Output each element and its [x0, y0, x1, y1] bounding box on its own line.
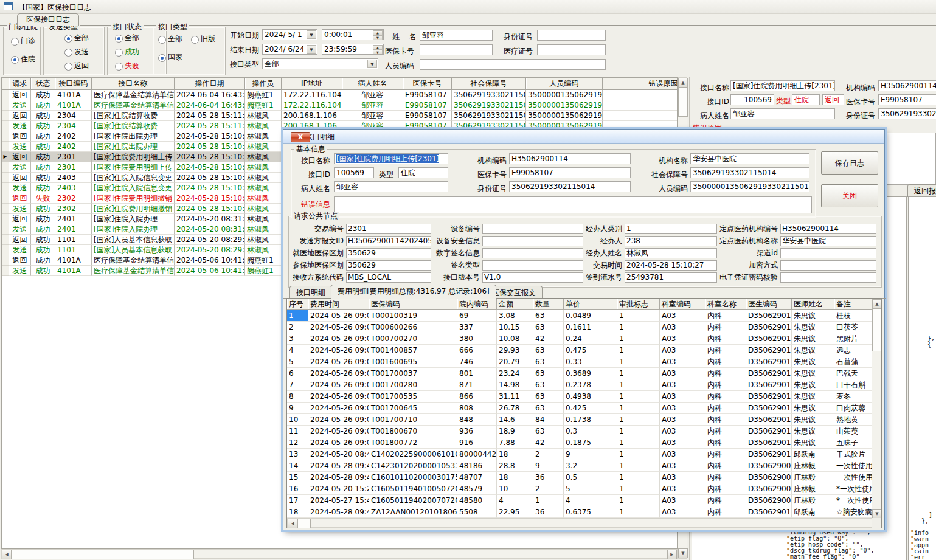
card-no-value[interactable]: E99058107: [878, 94, 936, 105]
scroll-thumb[interactable]: [12, 550, 194, 559]
spin-up-icon[interactable]: ▲: [373, 30, 383, 35]
fee-table-row[interactable]: 152024-05-28 09:49:C16010110200003017544…: [287, 472, 873, 483]
fee-table-row[interactable]: 32024-05-26 09:08:T00070027038010.08420.…: [287, 333, 873, 345]
radio-inpatient[interactable]: [11, 56, 19, 64]
radio-status-success[interactable]: [115, 49, 123, 57]
start-time-spinner[interactable]: 0:00:01 ▲ ▼: [322, 29, 384, 40]
column-header[interactable]: 请求: [9, 78, 31, 90]
field-value[interactable]: 华安县中医院: [780, 236, 876, 246]
radio-send[interactable]: [64, 49, 72, 57]
medical-cert-input[interactable]: [537, 44, 606, 55]
fee-table-row[interactable]: 112024-05-26 09:08:T00180067093618.9630.…: [287, 426, 873, 437]
field-value[interactable]: 1: [625, 224, 717, 234]
fee-table-row[interactable]: 12024-05-26 09:08:T000100319693.08630.04…: [287, 310, 873, 322]
field-value[interactable]: 2301: [346, 224, 431, 234]
interface-type-combo[interactable]: 全部 ▼: [262, 58, 378, 69]
error-info-field[interactable]: [334, 196, 812, 213]
field-value[interactable]: [780, 272, 876, 283]
tab-interface-detail[interactable]: 接口明细: [289, 286, 332, 299]
column-header[interactable]: 序号: [287, 299, 308, 310]
column-header[interactable]: 接口编码: [55, 78, 92, 90]
column-header[interactable]: 科室名称: [705, 299, 746, 310]
radio-all-send[interactable]: [64, 35, 72, 43]
spin-down-icon[interactable]: ▼: [373, 50, 383, 55]
close-button[interactable]: 关闭: [821, 184, 878, 207]
tab-return-message[interactable]: 返回报文: [907, 184, 936, 197]
spin-down-icon[interactable]: ▼: [373, 35, 383, 40]
scroll-down-icon[interactable]: ▼: [872, 509, 882, 519]
person-code-field[interactable]: 3500000135062919330211501401: [690, 181, 809, 192]
field-value[interactable]: 林淑凤: [625, 248, 717, 258]
field-value[interactable]: [482, 224, 583, 234]
column-header[interactable]: 操作员: [245, 78, 282, 90]
column-header[interactable]: 人员编码: [526, 78, 603, 90]
radio-label[interactable]: 发送: [74, 48, 89, 56]
column-header[interactable]: 数量: [533, 299, 564, 310]
radio-label[interactable]: 全部: [74, 34, 89, 42]
column-header[interactable]: 病人姓名: [342, 78, 403, 90]
field-value[interactable]: [482, 236, 583, 246]
column-header[interactable]: 院内编码: [457, 299, 497, 310]
field-value[interactable]: [482, 248, 583, 258]
fee-table-row[interactable]: 142024-05-28 09:49:C14230120200001053304…: [287, 460, 873, 472]
radio-type-all[interactable]: [158, 36, 166, 44]
chevron-down-icon[interactable]: ▼: [307, 30, 316, 39]
direction-value[interactable]: 返回: [822, 94, 844, 105]
fee-table-row[interactable]: 92024-05-26 09:08:T00170064580826.78630.…: [287, 403, 873, 414]
ssn-field[interactable]: 350629193302115014: [690, 167, 809, 178]
field-value[interactable]: 350629: [346, 260, 431, 271]
scroll-down-icon[interactable]: ▼: [678, 548, 688, 558]
field-value[interactable]: [482, 260, 583, 271]
interface-name-field[interactable]: [国家]住院费用明细上传[2301]: [334, 153, 448, 164]
scroll-thumb[interactable]: [872, 309, 882, 351]
log-table-row[interactable]: 返回成功4101A医疗保障基金结算清单信2024-06-04 16:43:56阙…: [2, 90, 678, 100]
close-icon[interactable]: X: [291, 132, 310, 142]
field-value[interactable]: V1.0: [482, 272, 583, 283]
column-header[interactable]: 医生编码: [746, 299, 792, 310]
column-header[interactable]: 社会保障号: [452, 78, 526, 90]
radio-label[interactable]: 成功: [125, 48, 139, 56]
tab-fee-detail[interactable]: 费用明细[费用明细总额:4316.97 总记录:106]: [331, 285, 496, 299]
radio-label[interactable]: 返回: [74, 62, 89, 70]
fee-table-row[interactable]: 162024-05-20 15:29:C16050119401005072034…: [287, 483, 873, 495]
field-value[interactable]: H35062900114: [780, 224, 876, 234]
column-header[interactable]: 费用时间: [308, 299, 369, 310]
fee-table-row[interactable]: 22024-05-26 09:08:T00060026633710.15630.…: [287, 322, 873, 333]
fee-table-row[interactable]: 182024-05-28 09:49:ZA12AAN00120101806715…: [287, 506, 873, 518]
radio-label[interactable]: 失败: [125, 62, 139, 70]
column-header[interactable]: IP地址: [282, 78, 342, 90]
message-panel-side[interactable]: }, { ] }, "info "warn "appn "cain "err: [908, 196, 936, 560]
radio-type-national[interactable]: [158, 54, 166, 62]
radio-label[interactable]: 国家: [168, 54, 182, 61]
radio-label[interactable]: 全部: [168, 35, 182, 43]
scroll-right-icon[interactable]: ▶: [667, 550, 677, 559]
scroll-thumb[interactable]: [678, 88, 688, 117]
spin-up-icon[interactable]: ▲: [373, 45, 383, 50]
org-code-field[interactable]: H35062900114: [509, 153, 631, 164]
scroll-thumb[interactable]: [297, 519, 311, 528]
column-header[interactable]: 操作日期: [175, 78, 245, 90]
column-header[interactable]: 医保卡号: [403, 78, 452, 90]
fee-table-row[interactable]: 42024-05-26 09:08:T00140085766629.93630.…: [287, 345, 873, 356]
id-card-input[interactable]: [537, 30, 606, 41]
field-value[interactable]: [780, 248, 876, 258]
field-value[interactable]: 2024-05-28 15:10:27: [625, 260, 717, 271]
field-value[interactable]: MBS_LOCAL: [346, 272, 431, 283]
id-no-field[interactable]: 350629193302115014: [509, 181, 631, 192]
end-time-spinner[interactable]: 23:59:59 ▲ ▼: [322, 44, 384, 55]
interface-id-value[interactable]: 100569: [730, 94, 774, 105]
column-header[interactable]: 单价: [564, 299, 617, 310]
radio-label[interactable]: 住院: [21, 55, 35, 63]
person-code-input[interactable]: [420, 59, 606, 70]
fee-table-row[interactable]: 62024-05-26 09:08:T00170003780123.24630.…: [287, 368, 873, 379]
column-header[interactable]: 错误原因: [603, 78, 678, 90]
end-date-combo[interactable]: 2024/ 6/24 ▼: [262, 44, 317, 55]
chevron-down-icon[interactable]: ▼: [367, 60, 377, 68]
fee-table-row[interactable]: 72024-05-26 09:08:T00170028087114.98630.…: [287, 379, 873, 391]
fee-table-row[interactable]: 122024-05-26 09:08:T0018007729167.88420.…: [287, 437, 873, 449]
column-header[interactable]: 审批标志: [617, 299, 660, 310]
fee-table-row[interactable]: 132024-05-20 08:40:C14020225900006101068…: [287, 449, 873, 460]
radio-status-all[interactable]: [115, 35, 123, 43]
radio-return[interactable]: [64, 63, 72, 71]
patient-name-field[interactable]: 邹亚容: [334, 181, 448, 192]
